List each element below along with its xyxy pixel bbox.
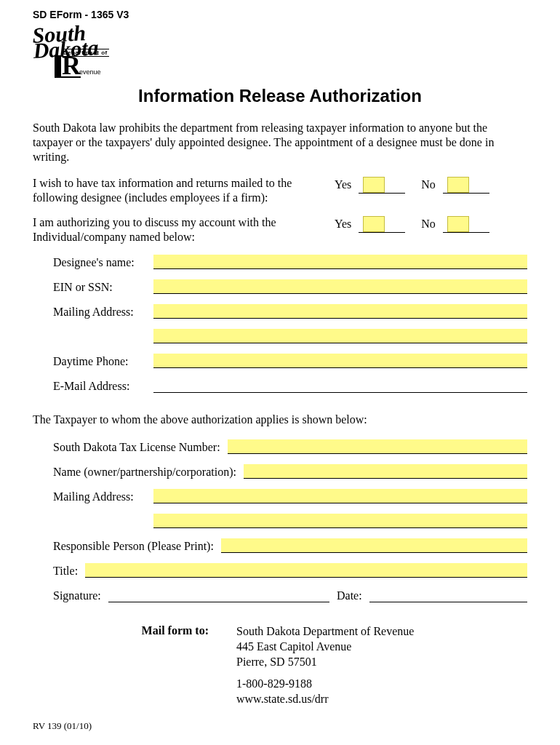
signature-label: Signature: [53,589,101,602]
ein-ssn-label: EIN or SSN: [53,281,146,294]
no-label-1: No [421,178,436,191]
date-input[interactable] [369,588,527,602]
form-identifier: SD EForm - 1365 V3 [33,9,527,20]
daytime-phone-input[interactable] [153,354,527,368]
no-field-2 [443,215,489,233]
taxpayer-mailing-input-1[interactable] [153,489,527,503]
no-label-2: No [421,218,436,231]
email-input[interactable] [153,378,527,393]
responsible-person-label: Responsible Person (Please Print): [53,540,214,553]
no-field-1 [443,176,489,194]
question-discuss-account: I am authorizing you to discuss my accou… [33,215,527,244]
tax-license-input[interactable] [228,439,527,454]
question-1-text: I wish to have tax information and retur… [33,176,327,205]
yes-checkbox-1[interactable] [363,177,385,193]
taxpayer-mailing-label: Mailing Address: [53,490,146,503]
yes-label-2: Yes [335,218,351,231]
yes-label-1: Yes [335,178,351,191]
designee-name-label: Designee's name: [53,256,146,269]
designee-mailing-input-2[interactable] [153,329,527,343]
intro-paragraph: South Dakota law prohibits the departmen… [33,121,527,164]
designee-mailing-input-1[interactable] [153,304,527,319]
title-label: Title: [53,565,78,578]
no-checkbox-2[interactable] [447,216,469,232]
mail-line-1: South Dakota Department of Revenue [236,624,414,640]
yes-field-1 [359,176,405,194]
taxpayer-name-label: Name (owner/partnership/corporation): [53,466,236,479]
ein-ssn-input[interactable] [153,279,527,294]
tax-license-label: South Dakota Tax License Number: [53,441,220,454]
mail-to-label: Mail form to: [33,624,236,707]
page-title: Information Release Authorization [33,86,527,106]
mail-line-3: Pierre, SD 57501 [236,655,414,670]
yes-checkbox-2[interactable] [363,216,385,232]
taxpayer-mailing-input-2[interactable] [153,514,527,528]
question-2-text: I am authorizing you to discuss my accou… [33,215,327,244]
logo-evenue-text: evenue [79,68,101,76]
email-label: E-Mail Address: [53,380,146,393]
designee-mailing-label: Mailing Address: [53,306,146,319]
taxpayer-name-input[interactable] [244,464,527,479]
question-mail-designee: I wish to have tax information and retur… [33,176,527,205]
footer-form-id: RV 139 (01/10) [33,720,527,732]
sd-revenue-logo: South Dakota Department of R evenue [33,22,142,73]
logo-r-letter: R [55,55,81,78]
responsible-person-input[interactable] [221,538,527,553]
taxpayer-section-intro: The Taxpayer to whom the above authoriza… [33,413,527,426]
signature-input[interactable] [108,588,329,602]
mail-web: www.state.sd.us/drr [236,692,414,707]
date-label: Date: [337,589,362,602]
designee-name-input[interactable] [153,255,527,269]
daytime-phone-label: Daytime Phone: [53,355,146,368]
no-checkbox-1[interactable] [447,177,469,193]
yes-field-2 [359,215,405,233]
title-input[interactable] [85,563,527,578]
mail-to-section: Mail form to: South Dakota Department of… [33,624,527,707]
mail-line-2: 445 East Capitol Avenue [236,640,414,655]
mail-phone: 1-800-829-9188 [236,677,414,692]
